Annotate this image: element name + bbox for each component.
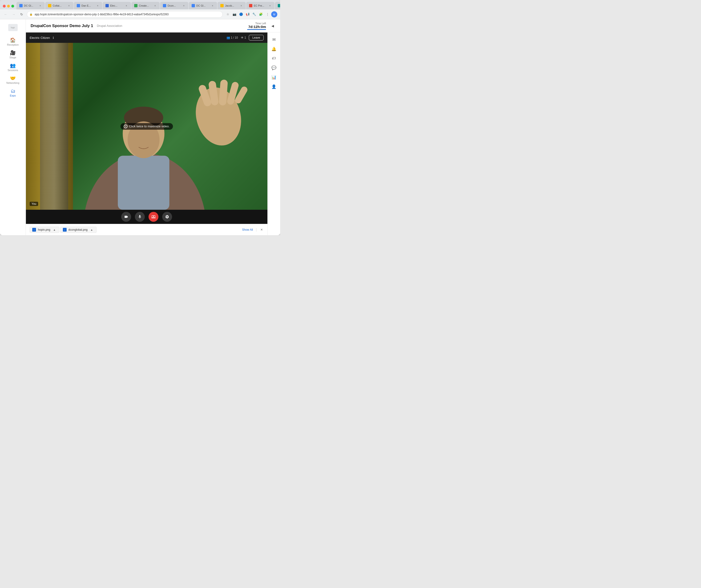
right-panel-btn-mail[interactable]: ✉	[270, 35, 278, 44]
sidebar-item-sessions[interactable]: 👥Sessions	[2, 61, 24, 73]
more-icon[interactable]: ⋮	[265, 12, 270, 17]
time-left-value: 7d:12h:0m	[248, 25, 266, 29]
bookmark-icon[interactable]: ☆	[225, 12, 231, 17]
download-filename: dconglobal.png	[68, 228, 87, 231]
info-icon[interactable]: ℹ	[53, 36, 54, 40]
download-item-hopin-png[interactable]: ↓hopin.png▲	[30, 227, 59, 233]
download-chevron[interactable]: ▲	[52, 228, 57, 232]
traffic-light-red[interactable]	[3, 5, 6, 8]
puzzle-icon[interactable]: 🧩	[258, 12, 264, 17]
extension-icon-3[interactable]: 🔧	[251, 12, 257, 17]
right-panel-btn-tag[interactable]: 🏷	[270, 54, 278, 63]
video-topbar: Electric Citizen ℹ 👥 1 / 10 👁 1	[26, 32, 267, 43]
tab-title: DC Gl...	[196, 4, 210, 7]
browser-tab-tab-create[interactable]: Create...×	[131, 2, 160, 9]
tab-close-button[interactable]: ×	[211, 4, 214, 7]
sidebar-label-reception: Reception	[7, 43, 19, 46]
browser-tab-tab-elec[interactable]: Elec...×	[102, 2, 131, 9]
browser-tab-tab-dc-gl-2[interactable]: DC Gl...×	[189, 2, 217, 9]
you-label: You	[30, 202, 38, 206]
time-left-container: Time Left 7d:12h:0m	[247, 22, 266, 30]
download-icon: ↓	[63, 228, 67, 232]
forward-button[interactable]: →	[11, 12, 16, 17]
leave-button[interactable]: Leave	[249, 35, 264, 40]
time-left-progress-bar	[247, 29, 266, 30]
video-controls	[26, 210, 267, 224]
tab-title: Create...	[139, 4, 152, 7]
sidebar-item-expo[interactable]: 🗂Expo	[2, 87, 24, 99]
click-hint: ℹ Click twice to maximize video.	[121, 123, 173, 130]
browser-tab-tab-drupal[interactable]: drupal...×	[275, 2, 280, 9]
camera-control-button[interactable]	[121, 212, 131, 222]
video-area[interactable]: ℹ Click twice to maximize video. You	[26, 43, 267, 210]
back-button[interactable]: ←	[3, 12, 8, 17]
tab-title: EC Pre...	[254, 4, 267, 7]
app-layout: logo 🏠Reception🎥Stage👥Sessions🤝Networkin…	[0, 19, 280, 235]
tab-favicon	[220, 4, 224, 7]
sidebar-item-networking[interactable]: 🤝Networking	[2, 74, 24, 86]
tab-close-button[interactable]: ×	[154, 4, 157, 7]
browser-tab-tab-collat[interactable]: Collat...×	[45, 2, 73, 9]
left-sidebar: logo 🏠Reception🎥Stage👥Sessions🤝Networkin…	[0, 19, 26, 235]
hint-icon: ℹ	[124, 124, 128, 128]
main-content: Electric Citizen ℹ 👥 1 / 10 👁 1	[26, 32, 267, 235]
viewer-count: 👁 1	[241, 36, 246, 39]
tab-close-button[interactable]: ×	[125, 4, 128, 7]
sidebar-item-stage[interactable]: 🎥Stage	[2, 48, 24, 61]
tab-close-button[interactable]: ×	[268, 4, 272, 7]
tab-favicon	[134, 4, 138, 7]
traffic-light-green[interactable]	[11, 5, 14, 8]
tab-list: DC Gl...×Collat...×Dan E...×Elec...×Crea…	[16, 2, 280, 9]
click-hint-text: Click twice to maximize video.	[129, 124, 170, 128]
tab-close-button[interactable]: ×	[240, 4, 243, 7]
browser-tab-tab-dc-gl-1[interactable]: DC Gl...×	[16, 2, 45, 9]
download-icon: ↓	[32, 228, 36, 232]
browser-tab-tab-jacob[interactable]: Jacob...×	[218, 2, 246, 9]
reload-button[interactable]: ↻	[19, 12, 24, 17]
extension-icon-2[interactable]: 📢	[245, 12, 250, 17]
show-all-button[interactable]: Show All	[242, 228, 253, 231]
sidebar-icon-sessions: 👥	[10, 63, 16, 68]
tab-favicon	[77, 4, 80, 7]
event-title: DrupalCon Sponsor Demo July 1	[31, 24, 93, 28]
sidebar-icon-stage: 🎥	[10, 50, 16, 55]
right-panel-btn-people[interactable]: 👤	[270, 82, 278, 91]
tab-title: Collat...	[53, 4, 66, 7]
camera-browser-icon[interactable]: 📷	[232, 12, 237, 17]
download-item-dconglobal-png[interactable]: ↓dconglobal.png▲	[60, 227, 96, 233]
right-panel-btn-chat[interactable]: 💬	[270, 63, 278, 72]
traffic-light-yellow[interactable]	[7, 5, 10, 8]
tab-close-button[interactable]: ×	[39, 4, 42, 7]
close-download-bar-button[interactable]: ×	[260, 227, 264, 232]
right-panel-btn-chart[interactable]: 📊	[270, 73, 278, 81]
browser-tab-tab-ec-pre[interactable]: EC Pre...×	[246, 2, 274, 9]
tab-bar: DC Gl...×Collat...×Dan E...×Elec...×Crea…	[0, 0, 280, 9]
mic-control-button[interactable]	[135, 212, 145, 222]
browser-tab-tab-dcon[interactable]: Dcon...×	[160, 2, 188, 9]
tab-favicon	[105, 4, 109, 7]
eye-icon: 👁	[241, 36, 244, 39]
extension-icon-1[interactable]: 🔵	[238, 12, 244, 17]
settings-control-button[interactable]	[162, 212, 172, 222]
sidebar-label-expo: Expo	[10, 94, 16, 97]
screen-share-button[interactable]	[149, 212, 159, 222]
tab-close-button[interactable]: ×	[67, 4, 71, 7]
viewer-count-value: 1	[245, 36, 246, 39]
download-chevron[interactable]: ▲	[89, 228, 94, 232]
participant-count-value: 1 / 10	[231, 36, 238, 39]
participant-count: 👥 1 / 10	[226, 36, 238, 39]
tab-title: Dcon...	[168, 4, 181, 7]
logo-area: logo	[7, 22, 19, 33]
url-bar[interactable]: 🔒 app.hopin.to/events/drupalcon-sponsor-…	[27, 11, 223, 18]
tab-favicon	[163, 4, 166, 7]
sidebar-icon-expo: 🗂	[11, 88, 15, 93]
collapse-panel-button[interactable]: ◀	[270, 23, 275, 29]
browser-tab-tab-dan-e[interactable]: Dan E...×	[74, 2, 102, 9]
sidebar-label-stage: Stage	[9, 56, 16, 59]
sidebar-item-reception[interactable]: 🏠Reception	[2, 36, 24, 48]
profile-avatar[interactable]: U	[271, 11, 277, 17]
tab-close-button[interactable]: ×	[96, 4, 99, 7]
tab-close-button[interactable]: ×	[182, 4, 186, 7]
app-header: DrupalCon Sponsor Demo July 1 Drupal Ass…	[26, 19, 280, 32]
right-panel-btn-bell[interactable]: 🔔	[270, 45, 278, 53]
